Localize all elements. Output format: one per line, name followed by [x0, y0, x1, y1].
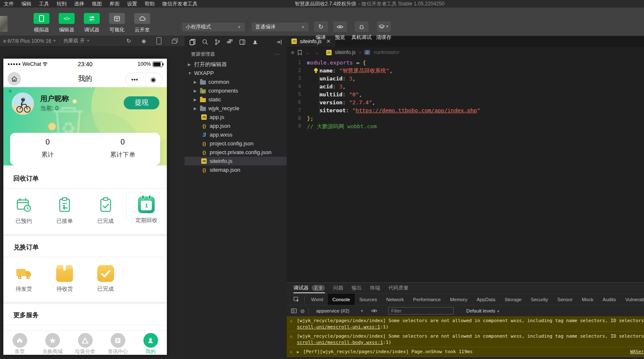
record-icon[interactable]: ◉	[142, 38, 146, 44]
devtab-sensor[interactable]: Sensor	[553, 294, 577, 305]
console-log[interactable]: [system] Launch Time: 16856 ms WASer	[287, 357, 644, 359]
remote-debug-button[interactable]: 真机调试	[351, 21, 372, 41]
completed-orders-item[interactable]: 已完成	[85, 196, 126, 225]
hot-reload-toggle[interactable]: 热重载 开▼	[60, 37, 93, 44]
simulator-toggle-button[interactable]: 模拟器	[31, 13, 52, 34]
console-warning[interactable]: ⚠ ▶ [Perf][wjyk_recycle/pages/index/inde…	[287, 347, 644, 357]
devtab-performance[interactable]: Performance	[408, 294, 445, 305]
back-icon[interactable]: ←	[305, 49, 311, 56]
folder-wjyk-recycle[interactable]: ▶ wjyk_recycle	[184, 104, 287, 113]
bookmark-icon[interactable]	[298, 50, 302, 55]
debugger-toggle-button[interactable]: 调试器	[81, 13, 102, 34]
to-ship-item[interactable]: 待发货	[3, 265, 44, 293]
eye-icon[interactable]	[371, 309, 377, 313]
file-app-wxss[interactable]: Ǝ app.wxss	[184, 130, 287, 139]
cloud-dev-button[interactable]: 云开发	[132, 13, 153, 34]
tab-home[interactable]: 首页	[3, 331, 36, 355]
cascade-windows-icon[interactable]	[172, 39, 178, 44]
sidebar-toggle-icon[interactable]	[291, 308, 297, 313]
devtab-storage[interactable]: Storage	[500, 294, 526, 305]
devtab-sources[interactable]: Sources	[355, 294, 382, 305]
source-control-icon[interactable]	[215, 39, 220, 45]
folder-components[interactable]: ▶ components	[184, 86, 287, 95]
menu-edit[interactable]: 编辑	[18, 0, 35, 8]
npm-icon[interactable]	[252, 39, 258, 45]
menu-settings[interactable]: 设置	[123, 0, 141, 8]
compile-mode-select[interactable]: 普通编译▼	[252, 23, 309, 31]
root-folder-row[interactable]: ▼WXAPP	[184, 69, 287, 77]
scheduled-recycle-item[interactable]: 1 定期回收	[126, 196, 167, 225]
file-sitemap-json[interactable]: {} sitemap.json	[184, 165, 287, 174]
breadcrumb-symbol[interactable]: <unknown>	[374, 49, 400, 55]
mode-select[interactable]: 小程序模式▼	[182, 23, 245, 31]
code-editor[interactable]: ▼ 1module.exports = { 2name: "智慧废品回收系统",…	[287, 57, 644, 130]
console-warning[interactable]: ⚠ [wjyk_recycle/pages/index/index] Some …	[287, 332, 644, 347]
visualizer-toggle-button[interactable]: 可视化	[106, 13, 127, 34]
clear-console-icon[interactable]: ⊘	[300, 308, 305, 314]
file-app-js[interactable]: JS app.js	[184, 113, 287, 121]
fold-chevron-icon[interactable]: ▼	[307, 59, 309, 67]
breadcrumb-file[interactable]: siteinfo.js	[335, 49, 356, 55]
open-editors-row[interactable]: ▶打开的编辑器	[184, 60, 287, 69]
devtab-wxml[interactable]: Wxml	[306, 294, 328, 305]
inspect-icon[interactable]	[290, 297, 303, 302]
device-select[interactable]: e 6/7/8 Plus 100% 16▼	[0, 38, 60, 44]
to-receive-item[interactable]: 待收货	[44, 265, 86, 293]
devtab-mock[interactable]: Mock	[577, 294, 598, 305]
exchange-completed-item[interactable]: 已完成	[85, 265, 126, 293]
devtab-audits[interactable]: Audits	[598, 294, 621, 305]
menu-file[interactable]: 文件	[0, 0, 18, 8]
file-project-private-config[interactable]: {} project.private.config.json	[184, 148, 287, 157]
console-warning[interactable]: ⚠ [wjyk_recycle/pages/index/index] Some …	[287, 316, 644, 332]
files-icon[interactable]	[190, 39, 195, 45]
file-project-config[interactable]: {} project.config.json	[184, 139, 287, 148]
devtab-network[interactable]: Network	[382, 294, 408, 305]
log-levels-select[interactable]: Default levels ▼	[466, 308, 500, 313]
menu-select[interactable]: 选择	[70, 0, 88, 8]
more-button[interactable]: •••	[126, 76, 144, 83]
wxss-link[interactable]: scroll-uni/mescroll-body.wxss:1	[297, 340, 383, 345]
console-filter-input[interactable]	[388, 307, 454, 315]
more-actions-icon[interactable]: ···	[275, 52, 281, 57]
accepted-orders-item[interactable]: 已接单	[44, 196, 86, 225]
expand-icon[interactable]: ▶	[297, 350, 299, 354]
device-frame-icon[interactable]	[156, 37, 161, 44]
tab-code-quality[interactable]: 代码质量	[389, 283, 409, 293]
menu-tools[interactable]: 工具	[35, 0, 53, 8]
url-link[interactable]: https://demo.ttbobo.com/app/index.php	[356, 107, 477, 114]
search-icon[interactable]	[202, 39, 208, 45]
tab-terminal[interactable]: 终端	[370, 283, 380, 293]
compile-button[interactable]: ↻ 编译	[312, 21, 330, 41]
extensions-icon[interactable]	[227, 39, 233, 45]
devtab-console[interactable]: Console	[328, 294, 355, 305]
folder-static[interactable]: ▶ static	[184, 95, 287, 104]
menu-devtools[interactable]: 微信开发者工具	[158, 0, 201, 8]
home-button[interactable]	[8, 72, 21, 85]
menu-goto[interactable]: 转到	[53, 0, 70, 8]
tab-news[interactable]: 资讯中心	[101, 331, 134, 355]
menu-help[interactable]: 帮助	[141, 0, 158, 8]
collapse-sidebar-icon[interactable]	[276, 39, 282, 45]
source-link[interactable]: WASer	[628, 349, 644, 355]
devtab-memory[interactable]: Memory	[445, 294, 472, 305]
tab-mall[interactable]: 兑换商城	[36, 331, 69, 355]
tab-debugger[interactable]: 调试器 2, 9	[293, 283, 325, 293]
file-siteinfo-js[interactable]: JS siteinfo.js	[184, 157, 287, 165]
restart-icon[interactable]: ↻	[127, 38, 131, 44]
editor-windows-icon[interactable]	[239, 39, 245, 45]
withdraw-button[interactable]: 提现	[124, 96, 159, 109]
menu-view[interactable]: 视图	[88, 0, 106, 8]
context-select[interactable]: appservice (#2)▼	[316, 308, 364, 313]
devtab-security[interactable]: Security	[526, 294, 553, 305]
avatar[interactable]	[12, 93, 34, 115]
minimize-button[interactable]: ◉	[144, 76, 162, 83]
wxss-link[interactable]: scroll-uni/mescroll-uni.wxss:1	[297, 324, 380, 330]
clear-cache-button[interactable]: ▼ 清缓存	[374, 21, 393, 41]
tab-output[interactable]: 输出	[352, 283, 362, 293]
lightbulb-icon[interactable]	[314, 68, 318, 74]
tab-sorting[interactable]: 垃圾分类	[69, 331, 101, 355]
tab-problems[interactable]: 问题	[333, 283, 343, 293]
project-avatar[interactable]	[0, 16, 8, 32]
editor-toggle-button[interactable]: </> 编辑器	[56, 13, 77, 34]
forward-icon[interactable]: →	[314, 49, 319, 56]
